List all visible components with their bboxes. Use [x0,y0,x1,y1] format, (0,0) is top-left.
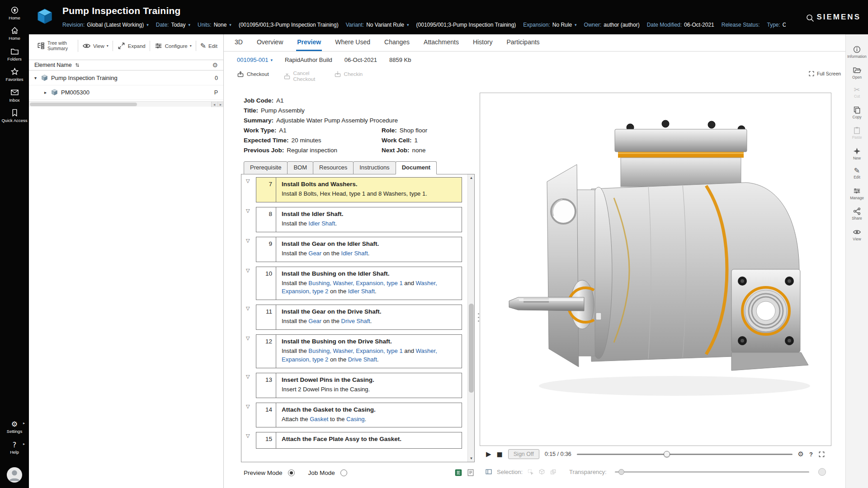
tab-3d[interactable]: 3D [234,34,244,51]
command-manage[interactable]: Manage [850,187,864,200]
sidebar-item-settings[interactable]: ⚙Settings▸ [0,419,29,435]
sidebar-item-inbox[interactable]: Inbox [0,87,29,103]
export-spreadsheet-icon[interactable] [454,469,462,477]
tree-expander-icon[interactable]: ▸ [44,90,51,95]
header-meta-item[interactable]: Date:Today▾ [156,22,190,28]
tree-row[interactable]: ▾Pump Inspection Training0 [29,71,223,85]
tree-toolbar-edit[interactable]: ✎Edit [196,42,222,51]
step-part-link[interactable]: Gasket [310,416,328,422]
scrollbar-thumb[interactable] [30,103,137,106]
select-part-icon[interactable] [538,469,545,475]
step-box[interactable]: 11Install the Gear on the Drive Shaft.In… [256,305,462,330]
step-marker-icon[interactable]: ▽ [246,305,256,330]
step-part-link[interactable]: Drive Shaft [341,318,370,324]
player-fullscreen-icon[interactable] [818,451,825,458]
play-button[interactable]: ▶ [486,450,491,458]
tab-changes[interactable]: Changes [383,34,410,51]
step-part-link[interactable]: Idler Shaft [348,288,375,295]
cancel-checkout-button[interactable]: Cancel Checkout [283,70,320,82]
doc-tab-document[interactable]: Document [396,161,437,174]
tree-toolbar-tree-with-summary[interactable]: Tree with Summary [33,40,78,52]
scroll-up-icon[interactable]: ▲ [468,174,475,181]
3d-viewer[interactable] [480,93,831,446]
seek-slider[interactable] [577,450,793,458]
tab-overview[interactable]: Overview [256,34,284,51]
tab-history[interactable]: History [472,34,494,51]
tree-toolbar-configure[interactable]: Configure▾ [150,41,196,51]
step-box[interactable]: 15Attach the Face Plate Assy to the Gask… [256,432,462,449]
doc-tab-resources[interactable]: Resources [313,161,354,174]
opacity-knob[interactable] [818,468,826,476]
doc-tab-bom[interactable]: BOM [287,161,313,174]
tree-settings-gear-icon[interactable]: ⚙ [212,61,218,69]
report-icon[interactable] [467,469,475,477]
step-box[interactable]: 7Install Bolts and Washers.Install 8 Bol… [256,177,462,202]
header-meta-item[interactable]: Units:None▾ [198,22,231,28]
sidebar-item-quick-access[interactable]: Quick Access [0,107,29,124]
seek-track[interactable] [577,454,793,455]
step-marker-icon[interactable]: ▽ [246,334,256,368]
transparency-thumb[interactable] [618,469,624,475]
step-box[interactable]: 12Install the Bushing on the Drive Shaft… [256,334,462,368]
sign-off-button[interactable]: Sign Off [508,449,539,459]
stop-button[interactable]: ■ [497,450,503,458]
select-tool-icon[interactable] [527,469,534,475]
tree-expander-icon[interactable]: ▾ [34,75,41,80]
step-part-link[interactable]: Casing [346,416,364,422]
preview-mode-radio[interactable] [288,469,295,476]
panel-toggle-icon[interactable] [485,468,492,475]
step-part-link[interactable]: Idler Shaft [308,220,335,227]
step-marker-icon[interactable]: ▽ [246,432,256,449]
step-marker-icon[interactable]: ▽ [246,403,256,428]
tab-where-used[interactable]: Where Used [334,34,371,51]
step-box[interactable]: 8Install the Idler Shaft.Install the Idl… [256,207,462,232]
sidebar-item-folders[interactable]: Folders [0,46,29,62]
step-part-link[interactable]: Gear [308,250,321,257]
sidebar-item-home[interactable]: Home [0,25,29,42]
step-marker-icon[interactable]: ▽ [246,237,256,262]
doc-tab-instructions[interactable]: Instructions [353,161,396,174]
step-marker-icon[interactable]: ▽ [246,177,256,202]
step-marker-icon[interactable]: ▽ [246,373,256,398]
header-meta-item[interactable]: Expansion:No Rule▾ [523,22,576,28]
tree-horizontal-scrollbar[interactable]: ◂ ▸ [29,101,223,107]
command-edit[interactable]: ✎Edit [854,167,860,179]
step-marker-icon[interactable]: ▽ [246,207,256,232]
dataset-id-link[interactable]: 001095-001▾ [237,56,273,63]
step-marker-icon[interactable]: ▽ [246,267,256,300]
sidebar-item-favorites[interactable]: Favorites [0,66,29,83]
step-part-link[interactable]: Bushing, Washer, Expansion, type 1 [308,280,402,286]
step-box[interactable]: 14Attach the Gasket to the Casing.Attach… [256,403,462,428]
command-share[interactable]: Share [852,207,862,221]
checkout-button[interactable]: Checkout [237,70,269,78]
doc-tab-prerequisite[interactable]: Prerequisite [244,161,288,174]
scroll-right-icon[interactable]: ▸ [217,102,223,107]
checkin-button[interactable]: Checkin [334,70,363,78]
transparency-track[interactable] [615,471,809,473]
tree-toolbar-view[interactable]: View▾ [78,41,113,51]
scroll-down-icon[interactable]: ▼ [468,455,475,462]
header-meta-item[interactable]: Revision:Global (Latest Working)▾ [62,22,149,28]
transparency-slider[interactable] [615,469,809,475]
tree-toolbar-expand[interactable]: Expand [113,41,150,51]
step-box[interactable]: 9Install the Gear on the Idler Shaft.Ins… [256,237,462,262]
sidebar-item-help[interactable]: ?Help▸ [0,440,29,455]
tab-attachments[interactable]: Attachments [423,34,460,51]
tab-preview[interactable]: Preview [296,34,322,51]
step-part-link[interactable]: Idler Shaft [341,250,368,257]
command-information[interactable]: Information [847,45,867,59]
tree-row[interactable]: ▸PM005300P [29,85,223,100]
command-copy[interactable]: Copy [853,106,862,119]
command-new[interactable]: New [853,147,861,160]
step-box[interactable]: 10Install the Bushing on the Idler Shaft… [256,267,462,300]
player-settings-gear-icon[interactable]: ⚙ [798,450,804,458]
step-part-link[interactable]: Bushing, Washer, Expansion, type 1 [308,347,402,354]
step-box[interactable]: 13Insert Dowel Pins in the Casing.Insert… [256,373,462,398]
steps-scrollbar[interactable]: ▲ ▼ [467,174,474,462]
sidebar-item-home[interactable]: Home [0,5,29,21]
command-view[interactable]: View [853,228,861,241]
step-part-link[interactable]: Drive Shaft [348,356,377,363]
sort-icon[interactable] [75,62,80,68]
search-icon[interactable] [806,14,815,24]
tab-participants[interactable]: Participants [505,34,540,51]
